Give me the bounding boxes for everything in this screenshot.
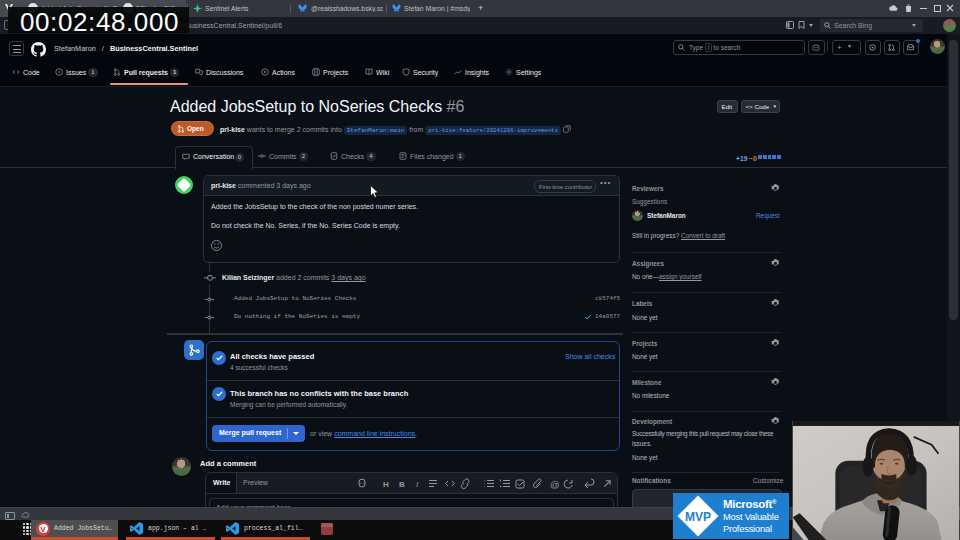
svg-text:@: @: [550, 479, 560, 490]
svg-text:I: I: [416, 480, 419, 489]
svg-text:B: B: [399, 480, 405, 489]
svg-text:H: H: [383, 480, 389, 489]
svg-text:MVP: MVP: [685, 510, 711, 524]
